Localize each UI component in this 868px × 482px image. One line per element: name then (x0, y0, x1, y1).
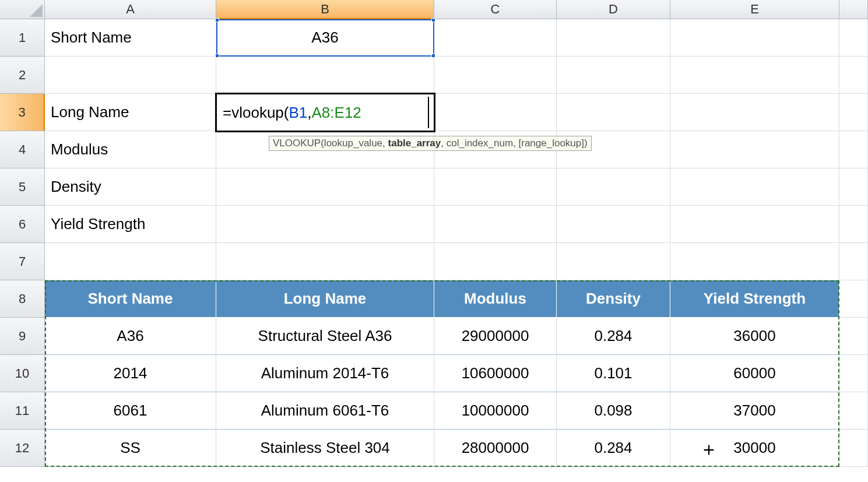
cell-E9[interactable]: 36000 (670, 318, 839, 355)
cell-B6[interactable] (216, 206, 434, 243)
cell-overflow-9 (839, 318, 868, 355)
cell-C12[interactable]: 28000000 (434, 430, 557, 467)
fill-cursor-icon (702, 442, 715, 455)
cell-B1[interactable]: A36 (216, 19, 434, 57)
row-header-4[interactable]: 4 (0, 131, 45, 168)
row-header-9[interactable]: 9 (0, 318, 45, 355)
cell-C6[interactable] (434, 206, 557, 243)
cell-A12[interactable]: SS (45, 430, 216, 467)
cell-overflow-10 (839, 355, 868, 392)
cell-overflow-3 (839, 94, 868, 131)
row-header-5[interactable]: 5 (0, 168, 45, 206)
cell-A4[interactable]: Modulus (45, 131, 216, 168)
cell-E12[interactable]: 30000 (670, 430, 839, 467)
cell-E11[interactable]: 37000 (670, 392, 839, 430)
cell-E6[interactable] (670, 206, 839, 243)
cell-E5[interactable] (670, 168, 839, 206)
cell-D1[interactable] (557, 19, 670, 57)
row-header-6[interactable]: 6 (0, 206, 45, 243)
formula-edit-cell[interactable]: =vlookup(B1,A8:E12 (215, 93, 435, 132)
cell-D5[interactable] (557, 168, 670, 206)
col-header-A[interactable]: A (45, 0, 216, 19)
cell-B10[interactable]: Aluminum 2014-T6 (216, 355, 434, 392)
row-header-10[interactable]: 10 (0, 355, 45, 392)
spreadsheet-grid[interactable]: A B C D E 1 Short Name A36 2 3 Long Name… (0, 0, 868, 467)
cell-E7[interactable] (670, 243, 839, 280)
cell-D7[interactable] (557, 243, 670, 280)
cell-A9[interactable]: A36 (45, 318, 216, 355)
col-header-overflow (839, 0, 868, 19)
cell-A8[interactable]: Short Name (45, 280, 216, 318)
row-header-7[interactable]: 7 (0, 243, 45, 280)
cell-E3[interactable] (670, 94, 839, 131)
cell-B9[interactable]: Structural Steel A36 (216, 318, 434, 355)
formula-text: =vlookup(B1,A8:E12 (223, 104, 361, 122)
cell-A5[interactable]: Density (45, 168, 216, 206)
cell-E10[interactable]: 60000 (670, 355, 839, 392)
cell-E2[interactable] (670, 57, 839, 94)
col-header-D[interactable]: D (557, 0, 670, 19)
cell-A3[interactable]: Long Name (45, 94, 216, 131)
cell-A10[interactable]: 2014 (45, 355, 216, 392)
row-header-12[interactable]: 12 (0, 430, 45, 467)
cell-A6[interactable]: Yield Strength (45, 206, 216, 243)
cell-D11[interactable]: 0.098 (557, 392, 670, 430)
cell-C8[interactable]: Modulus (434, 280, 557, 318)
col-header-E[interactable]: E (670, 0, 839, 19)
cell-C1[interactable] (434, 19, 557, 57)
cell-overflow-11 (839, 392, 868, 430)
cell-E8[interactable]: Yield Strength (670, 280, 839, 318)
cell-overflow-8 (839, 280, 868, 318)
col-header-B[interactable]: B (216, 0, 434, 19)
cell-A7[interactable] (45, 243, 216, 280)
row-header-1[interactable]: 1 (0, 19, 45, 57)
cell-C3[interactable] (434, 94, 557, 131)
row-header-2[interactable]: 2 (0, 57, 45, 94)
row-header-3[interactable]: 3 (0, 94, 45, 131)
cell-E4[interactable] (670, 131, 839, 168)
cell-B11[interactable]: Aluminum 6061-T6 (216, 392, 434, 430)
col-header-C[interactable]: C (434, 0, 557, 19)
cell-D8[interactable]: Density (557, 280, 670, 318)
cell-D2[interactable] (557, 57, 670, 94)
cell-D9[interactable]: 0.284 (557, 318, 670, 355)
cell-overflow-4 (839, 131, 868, 168)
cell-C10[interactable]: 10600000 (434, 355, 557, 392)
cell-C9[interactable]: 29000000 (434, 318, 557, 355)
cell-overflow-7 (839, 243, 868, 280)
formula-tooltip: VLOOKUP(lookup_value, table_array, col_i… (269, 136, 592, 151)
text-cursor (428, 97, 429, 128)
cell-D6[interactable] (557, 206, 670, 243)
row-header-8[interactable]: 8 (0, 280, 45, 318)
cell-overflow-12 (839, 430, 868, 467)
cell-overflow-5 (839, 168, 868, 206)
row-header-11[interactable]: 11 (0, 392, 45, 430)
cell-B8[interactable]: Long Name (216, 280, 434, 318)
cell-E1[interactable] (670, 19, 839, 57)
cell-B12[interactable]: Stainless Steel 304 (216, 430, 434, 467)
cell-A11[interactable]: 6061 (45, 392, 216, 430)
select-all-corner[interactable] (0, 0, 45, 19)
cell-C5[interactable] (434, 168, 557, 206)
cell-D12[interactable]: 0.284 (557, 430, 670, 467)
cell-overflow-2 (839, 57, 868, 94)
cell-B2[interactable] (216, 57, 434, 94)
cell-D3[interactable] (557, 94, 670, 131)
cell-overflow-1 (839, 19, 868, 57)
cell-C11[interactable]: 10000000 (434, 392, 557, 430)
cell-C7[interactable] (434, 243, 557, 280)
cell-B7[interactable] (216, 243, 434, 280)
cell-overflow-6 (839, 206, 868, 243)
cell-A2[interactable] (45, 57, 216, 94)
cell-D10[interactable]: 0.101 (557, 355, 670, 392)
cell-A1[interactable]: Short Name (45, 19, 216, 57)
cell-C2[interactable] (434, 57, 557, 94)
cell-B5[interactable] (216, 168, 434, 206)
